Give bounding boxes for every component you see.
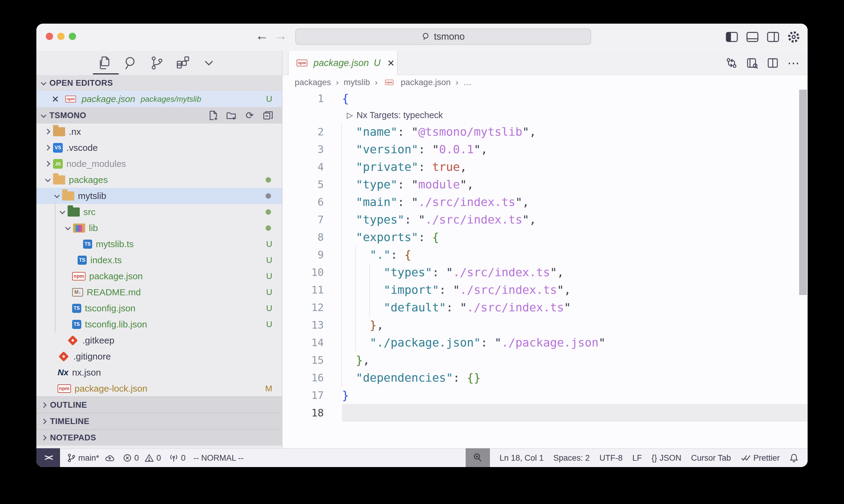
- open-changes-preview-icon[interactable]: [746, 57, 758, 69]
- more-views-chevron-icon[interactable]: [201, 55, 217, 71]
- tree-item-index-ts[interactable]: TSindex.tsU: [36, 252, 282, 268]
- editor-indent-guide: [341, 123, 342, 386]
- code-line-8[interactable]: 8 "exports": {: [282, 228, 808, 246]
- extensions-view-icon[interactable]: [175, 55, 190, 71]
- code-line-14[interactable]: 14 "./package.json": "./package.json": [282, 334, 808, 352]
- section-header-outline[interactable]: OUTLINE: [36, 396, 282, 413]
- tab-close-icon[interactable]: ✕: [387, 58, 395, 69]
- tree-item--vscode[interactable]: VS.vscode: [36, 140, 282, 156]
- maximize-traffic-light[interactable]: [69, 33, 76, 40]
- vim-mode-item[interactable]: -- NORMAL --: [193, 453, 243, 463]
- tree-item-label: src: [83, 207, 96, 217]
- tree-item--gitkeep[interactable]: .gitkeep: [36, 332, 282, 348]
- navigate-back-button[interactable]: ←: [253, 28, 271, 43]
- tree-item-mytslib[interactable]: mytslib: [36, 188, 282, 204]
- close-icon[interactable]: ✕: [52, 94, 59, 105]
- ports-item[interactable]: 0: [169, 453, 186, 463]
- scrollbar-thumb[interactable]: [799, 90, 807, 295]
- tree-item-node-modules[interactable]: JSnode_modules: [36, 156, 282, 172]
- tab-bar: npm package.json U ✕ ⋯: [282, 51, 808, 75]
- code-line-15[interactable]: 15 },: [282, 352, 808, 369]
- toggle-primary-sidebar-icon[interactable]: [725, 30, 739, 44]
- code-line-13[interactable]: 13 },: [282, 316, 808, 334]
- tree-item--nx[interactable]: .nx: [36, 124, 282, 140]
- codelens[interactable]: ▷Nx Targets: typecheck: [347, 110, 443, 120]
- code-line-1[interactable]: 1{: [282, 90, 808, 107]
- new-folder-icon[interactable]: [226, 110, 237, 121]
- split-editor-icon[interactable]: [767, 57, 779, 69]
- open-editors-header[interactable]: OPEN EDITORS: [36, 75, 282, 91]
- workspace-folder-header[interactable]: TSMONO ⟳: [36, 107, 282, 124]
- encoding-item[interactable]: UTF-8: [599, 453, 623, 463]
- tree-item-package-lock-json[interactable]: npmpackage-lock.jsonM: [36, 380, 282, 396]
- chevron-down-icon: [41, 80, 46, 85]
- breadcrumb-item[interactable]: …: [463, 77, 472, 87]
- open-editor-item[interactable]: ✕ npm package.json packages/mytslib U: [36, 91, 282, 107]
- tree-item-lib[interactable]: lib: [36, 220, 282, 236]
- tree-item-package-json[interactable]: npmpackage.jsonU: [36, 268, 282, 284]
- toggle-secondary-sidebar-icon[interactable]: [766, 30, 780, 44]
- search-view-icon[interactable]: [123, 55, 138, 71]
- code-line-17[interactable]: 17}: [282, 386, 808, 404]
- tree-item--gitignore[interactable]: .gitignore: [36, 348, 282, 364]
- tree-item-readme-md[interactable]: M↓README.mdU: [36, 284, 282, 300]
- section-header-timeline[interactable]: TIMELINE: [36, 413, 282, 429]
- tree-item-nx-json[interactable]: Nxnx.json: [36, 364, 282, 380]
- cursor-position-item[interactable]: Ln 18, Col 1: [500, 453, 544, 463]
- tree-item-packages[interactable]: packages: [36, 172, 282, 188]
- code-line-12[interactable]: 12 "default": "./src/index.ts": [282, 299, 808, 316]
- code-token: {: [342, 92, 349, 105]
- code-line-4[interactable]: 4 "private": true,: [282, 158, 808, 176]
- explorer-view-icon[interactable]: [97, 55, 112, 71]
- language-mode-item[interactable]: {} JSON: [652, 453, 681, 463]
- tree-item-tsconfig-lib-json[interactable]: TStsconfig.lib.jsonU: [36, 316, 282, 332]
- code-line-3[interactable]: 3 "version": "0.0.1",: [282, 141, 808, 158]
- command-center-search[interactable]: tsmono: [295, 29, 591, 45]
- settings-gear-icon[interactable]: [787, 30, 801, 44]
- collapse-folders-icon[interactable]: [262, 110, 273, 121]
- section-header-notepads[interactable]: NOTEPADS: [36, 429, 282, 446]
- code-token: [342, 178, 356, 191]
- formatter-item[interactable]: Prettier: [741, 453, 780, 463]
- code-editor[interactable]: 1{▷Nx Targets: typecheck2 "name": "@tsmo…: [282, 90, 808, 448]
- navigate-forward-button[interactable]: →: [272, 28, 290, 43]
- code-token: ./src/index.ts: [418, 195, 515, 209]
- breadcrumb-item[interactable]: package.json: [401, 77, 451, 87]
- breadcrumb-separator: ›: [336, 77, 339, 87]
- code-token: [342, 301, 383, 314]
- screencast-zoom-box[interactable]: [466, 448, 490, 467]
- minimize-traffic-light[interactable]: [57, 33, 65, 40]
- code-line-2[interactable]: 2 "name": "@tsmono/mytslib",: [282, 123, 808, 141]
- compare-changes-icon[interactable]: [725, 57, 738, 69]
- problems-item[interactable]: 0 0: [123, 453, 161, 463]
- tree-item-src[interactable]: src: [36, 204, 282, 220]
- code-line-16[interactable]: 16 "dependencies": {}: [282, 369, 808, 386]
- refresh-icon[interactable]: ⟳: [244, 110, 255, 121]
- eol-item[interactable]: LF: [632, 453, 642, 463]
- code-line-9[interactable]: 9 ".": {: [282, 246, 808, 264]
- git-branch-item[interactable]: main*: [67, 453, 115, 463]
- indentation-item[interactable]: Spaces: 2: [553, 453, 590, 463]
- more-actions-icon[interactable]: ⋯: [787, 57, 800, 69]
- source-control-view-icon[interactable]: [149, 55, 164, 71]
- breadcrumb-item[interactable]: mytslib: [344, 77, 370, 87]
- code-token: {: [432, 231, 439, 244]
- code-line-11[interactable]: 11 "import": "./src/index.ts",: [282, 281, 808, 299]
- new-file-icon[interactable]: [208, 110, 219, 121]
- remote-indicator[interactable]: ><: [36, 448, 60, 467]
- code-line-18[interactable]: 18: [282, 404, 808, 421]
- close-traffic-light[interactable]: [46, 33, 53, 40]
- tree-item-tsconfig-json[interactable]: TStsconfig.jsonU: [36, 300, 282, 316]
- cursor-tab-item[interactable]: Cursor Tab: [691, 453, 731, 463]
- code-line-6[interactable]: 6 "main": "./src/index.ts",: [282, 193, 808, 211]
- breadcrumb-item[interactable]: packages: [295, 77, 331, 87]
- tree-item-mytslib-ts[interactable]: TSmytslib.tsU: [36, 236, 282, 252]
- folder-icon: [53, 127, 65, 136]
- notifications-bell-icon[interactable]: [789, 453, 798, 463]
- error-icon: [123, 453, 132, 463]
- code-line-10[interactable]: 10 "types": "./src/index.ts",: [282, 264, 808, 281]
- code-line-7[interactable]: 7 "types": "./src/index.ts",: [282, 211, 808, 228]
- tab-package-json[interactable]: npm package.json U ✕: [288, 51, 398, 75]
- code-line-5[interactable]: 5 "type": "module",: [282, 176, 808, 193]
- toggle-panel-icon[interactable]: [745, 30, 760, 44]
